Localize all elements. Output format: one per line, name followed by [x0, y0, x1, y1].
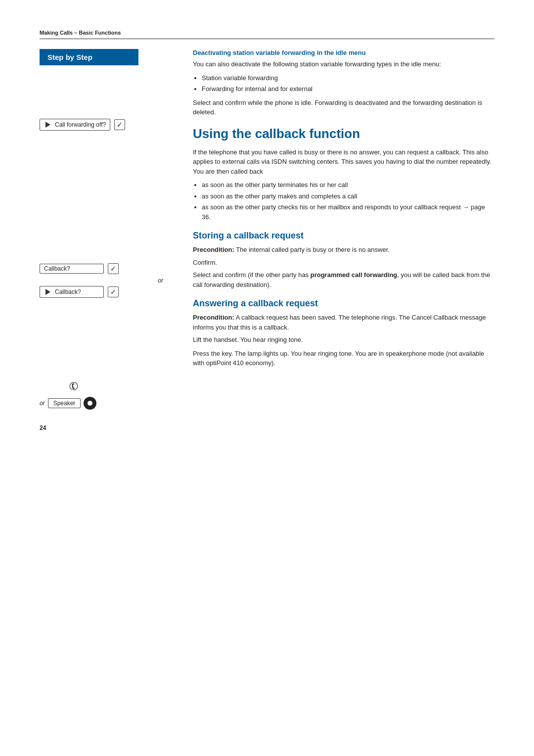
select-confirm-text: Select and confirm (if the other party h… [193, 270, 494, 289]
callback-label-1: Callback? [44, 265, 70, 272]
lift-handset-icon: ✆ [67, 378, 81, 394]
step-by-step-box: Step by Step [40, 49, 138, 65]
callback-intro: If the telephone that you have called is… [193, 147, 494, 177]
deactivate-bullets: Station variable forwarding Forwarding f… [202, 73, 494, 94]
speaker-box: Speaker [48, 398, 81, 408]
callback-check-2: ✓ [108, 286, 119, 297]
callback-big-title: Using the callback function [193, 126, 494, 142]
answering-precondition: Precondition: A callback request has bee… [193, 313, 494, 332]
precondition-label: Precondition: [193, 246, 234, 253]
or-speaker-label: or [40, 400, 45, 407]
call-forwarding-label: Call forwarding off? [55, 121, 106, 128]
storing-title: Storing a callback request [193, 231, 494, 241]
callback-bullet-1: as soon as the other party terminates hi… [202, 180, 494, 190]
callback-bullet-2: as soon as the other party makes and com… [202, 191, 494, 201]
call-forwarding-box: Call forwarding off? [40, 119, 110, 131]
right-column: Deactivating station variable forwarding… [178, 49, 494, 410]
spacer-3 [40, 301, 178, 380]
left-column: Step by Step Call forwarding off? ✓ [40, 49, 178, 410]
callback-bullet-3: as soon as the other party checks his or… [202, 202, 494, 222]
confirm-text: Confirm. [193, 258, 494, 268]
answering-title: Answering a callback request [193, 298, 494, 309]
deactivate-confirm: Select and confirm while the phone is id… [193, 98, 494, 117]
storing-precondition: Precondition: The internal called party … [193, 245, 494, 255]
svg-marker-0 [45, 122, 50, 128]
deactivate-title: Deactivating station variable forwarding… [193, 49, 494, 56]
arrow-icon [44, 120, 53, 129]
header-divider [40, 39, 494, 39]
callback-item-2: Callback? ✓ [40, 286, 178, 298]
call-forwarding-check: ✓ [114, 119, 125, 130]
deactivate-bullet-2: Forwarding for internal and for external [202, 84, 494, 94]
callback-label-2: Callback? [55, 288, 81, 295]
programmed-bold: programmed call forwarding [311, 271, 398, 279]
callback-item-1: Callback? ✓ [40, 263, 178, 274]
spacer-2 [40, 134, 178, 262]
arrow-icon-2 [44, 287, 53, 296]
speaker-text: Press the key. The lamp lights up. You h… [193, 349, 494, 368]
main-layout: Step by Step Call forwarding off? ✓ [40, 49, 494, 410]
answering-precondition-text: A callback request has been saved. The t… [193, 314, 486, 331]
deactivate-bullet-1: Station variable forwarding [202, 73, 494, 83]
callback-box-1: Callback? [40, 264, 104, 274]
page: Making Calls – Basic Functions Step by S… [0, 0, 534, 756]
speaker-button[interactable] [84, 397, 96, 410]
speaker-button-inner [88, 401, 92, 406]
deactivate-body: You can also deactivate the following st… [193, 59, 494, 69]
spacer-1 [40, 73, 178, 118]
callback-check-1: ✓ [108, 263, 119, 274]
callback-box-2: Callback? [40, 286, 104, 298]
page-number: 24 [40, 425, 494, 431]
storing-precondition-text: The internal called party is busy or the… [236, 246, 390, 253]
answering-precondition-label: Precondition: [193, 314, 234, 321]
page-header: Making Calls – Basic Functions [40, 30, 494, 36]
svg-marker-1 [45, 289, 50, 295]
or-divider: or [40, 277, 178, 284]
call-forwarding-item: Call forwarding off? ✓ [40, 119, 178, 131]
callback-bullets: as soon as the other party terminates hi… [202, 180, 494, 222]
lift-row: ✆ [69, 380, 178, 393]
speaker-row: or Speaker [40, 397, 178, 410]
lift-text: Lift the handset. You hear ringing tone. [193, 335, 494, 345]
